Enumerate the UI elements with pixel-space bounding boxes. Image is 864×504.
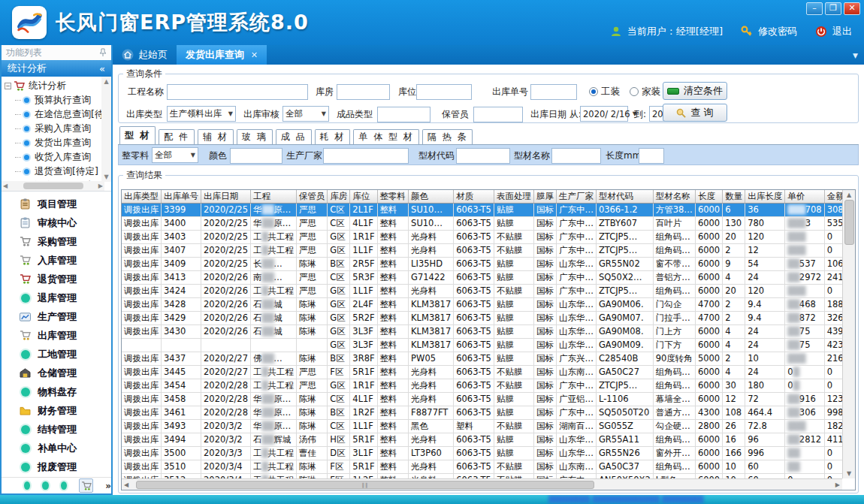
column-header-整零料[interactable]: 整零料 — [377, 190, 409, 203]
scroll-thumb[interactable] — [844, 200, 854, 245]
column-header-表面处理[interactable]: 表面处理 — [494, 190, 533, 203]
scroll-thumb[interactable]: ‖‖ — [136, 481, 594, 489]
scroll-right-icon[interactable]: ▶ — [98, 183, 103, 189]
column-header-出库单号[interactable]: 出库单号 — [162, 190, 201, 203]
maximize-button[interactable]: ❐ — [825, 2, 841, 15]
grid-vertical-scrollbar[interactable]: ▲ ▼ — [842, 190, 855, 478]
column-header-保管员[interactable]: 保管员 — [296, 190, 328, 203]
column-header-出库日期[interactable]: 出库日期 — [201, 190, 251, 203]
tree-vertical-scrollbar[interactable]: ▲▼ — [101, 77, 111, 182]
overflow-chevron[interactable]: » — [105, 481, 111, 491]
sidebar-item-报废管理[interactable]: 报废管理 — [2, 457, 111, 476]
color-input[interactable] — [230, 148, 282, 164]
change-password-link[interactable]: 修改密码 — [758, 25, 797, 38]
material-tab-配件[interactable]: 配 件 — [159, 129, 195, 144]
tree-horizontal-scrollbar[interactable]: ◀▶ — [2, 181, 104, 191]
column-header-型材名称[interactable]: 型材名称 — [653, 190, 695, 203]
material-tab-耗材[interactable]: 耗 材 — [315, 129, 351, 144]
scroll-thumb[interactable] — [23, 183, 83, 189]
tree-item-收货入库查询[interactable]: 收货入库查询 — [5, 150, 111, 164]
module-dot-icon[interactable] — [61, 481, 67, 490]
column-header-材质[interactable]: 材质 — [454, 190, 494, 203]
sidebar-item-补单中心[interactable]: 补单中心 — [2, 439, 111, 457]
table-row[interactable]: G区3L3F整料KLM38176063-T5贴膜国标山东华…GA90M09.门下… — [122, 338, 842, 352]
sidebar-item-入库管理[interactable]: 入库管理 — [2, 251, 111, 270]
tab-shipping-outbound-query[interactable]: 发货出库查询 ✕ — [177, 45, 267, 65]
scroll-right-icon[interactable]: ▶ — [835, 481, 840, 488]
sidebar-item-财务管理[interactable]: 财务管理 — [2, 401, 111, 420]
grid-horizontal-scrollbar[interactable]: ◀ ‖‖ ▶ — [122, 478, 842, 490]
project-name-input[interactable] — [167, 84, 308, 100]
material-tab-辅材[interactable]: 辅 材 — [198, 129, 234, 144]
tree-root-statistics[interactable]: −统计分析 — [5, 79, 111, 93]
column-header-出库类型[interactable]: 出库类型 — [122, 190, 162, 203]
tree-item-采购入库查询[interactable]: 采购入库查询 — [5, 122, 111, 136]
tree-item-预算执行查询[interactable]: 预算执行查询 — [5, 93, 111, 107]
sidebar-item-物料盘存[interactable]: 物料盘存 — [2, 382, 111, 401]
search-button[interactable]: 查 询 — [663, 104, 727, 122]
material-tab-玻璃[interactable]: 玻 璃 — [237, 129, 273, 144]
table-row[interactable]: 调拨出库34612020/2/28华██原…陈琳B区1R2F整料F8877FT6… — [122, 406, 842, 419]
audit-select[interactable]: 全部▼ — [282, 106, 329, 122]
location-input[interactable] — [416, 84, 472, 100]
radio-jiazhuang[interactable]: 家装 — [630, 83, 660, 100]
column-header-膜厚[interactable]: 膜厚 — [533, 190, 556, 203]
sidebar-item-采购管理[interactable]: 采购管理 — [2, 232, 111, 251]
profile-code-input[interactable] — [456, 148, 510, 164]
scroll-down-icon[interactable]: ▼ — [847, 470, 851, 477]
column-header-生产厂家[interactable]: 生产厂家 — [556, 190, 596, 203]
scroll-up-icon[interactable]: ▲ — [104, 78, 108, 85]
length-input[interactable] — [639, 148, 664, 164]
column-header-颜色[interactable]: 颜色 — [409, 190, 454, 203]
collapse-icon[interactable]: « — [99, 63, 105, 74]
column-header-库位[interactable]: 库位 — [350, 190, 377, 203]
warehouse-input[interactable] — [337, 84, 390, 100]
sidebar-item-项目管理[interactable]: 项目管理 — [2, 195, 111, 213]
table-row[interactable]: 调拨出库34582020/2/28华██原…陈琳C区4L1F整料光身料6063-… — [122, 392, 842, 406]
table-row[interactable]: 调拨出库34282020/2/26石██城陈琳G区2L4F整料KLM381760… — [122, 297, 842, 311]
scroll-up-icon[interactable]: ▲ — [847, 192, 851, 198]
table-row[interactable]: 调拨出库34942020/3/2石██辉城汤伟H区5R1F整料光身料6063-T… — [122, 433, 842, 446]
outbound-type-select[interactable]: 生产领料出库▼ — [167, 106, 236, 122]
material-tab-隔热条[interactable]: 隔 热 条 — [422, 129, 473, 144]
clear-conditions-button[interactable]: 清空条件 — [663, 82, 727, 100]
table-row[interactable]: 调拨出库34542020/2/28工█共工程严思G区1R1F整料光身料6063-… — [122, 379, 842, 392]
table-row[interactable]: 调拨出库34242020/2/26工█共工程严思G区1L1F整料光身料6063-… — [122, 284, 842, 297]
table-row[interactable]: 调拨出库34932020/3/2华██原…陈琳C区1L1F整料黑色塑料不贴膜国标… — [122, 419, 842, 433]
table-row[interactable]: 调拨出库34372020/2/27佛██…陈琳B区3R8F整料PW056063-… — [122, 352, 842, 365]
keeper-input[interactable] — [473, 107, 523, 122]
sidebar-item-退库管理[interactable]: 退库管理 — [2, 288, 111, 307]
column-header-金额[interactable]: 金额 — [824, 190, 842, 203]
table-row[interactable]: 调拨出库34132020/2/26南██…严思C区5R3F整料G71422606… — [122, 270, 842, 284]
column-header-库房[interactable]: 库房 — [328, 190, 350, 203]
table-row[interactable]: 调拨出库34072020/2/25工█共工程严思G区1L1F整料光身料6063-… — [122, 243, 842, 257]
tab-list-caret-icon[interactable]: ▼ — [853, 52, 858, 59]
whole-part-select[interactable]: 全部▼ — [152, 147, 198, 163]
profile-name-input[interactable] — [551, 148, 601, 164]
table-row[interactable]: 调拨出库35102020/3/4工█共工程陈琳F区5R1F整料光身料6063-T… — [122, 460, 842, 473]
material-tab-成品[interactable]: 成 品 — [276, 129, 312, 144]
table-row[interactable]: 调拨出库34302020/2/26石██城陈琳G区3L3F整料KLM381760… — [122, 324, 842, 338]
column-header-出库长度[interactable]: 出库长度 — [745, 190, 785, 203]
module-dot-icon[interactable] — [24, 481, 30, 490]
module-dot-icon[interactable] — [42, 481, 48, 490]
tree-item-退货查询待定[interactable]: 退货查询[待定] — [5, 164, 111, 179]
tree-collapse-icon[interactable]: − — [5, 83, 11, 89]
column-header-工程[interactable]: 工程 — [250, 190, 296, 203]
column-header-数量[interactable]: 数量 — [723, 190, 745, 203]
sidebar-section-statistics[interactable]: 统计分析 « — [2, 60, 111, 77]
column-header-长度[interactable]: 长度 — [695, 190, 722, 203]
sidebar-item-退货管理[interactable]: 退货管理 — [2, 270, 111, 288]
sidebar-item-审核中心[interactable]: 审核中心 — [2, 213, 111, 232]
scroll-left-icon[interactable]: ◀ — [124, 481, 128, 488]
sidebar-item-出库管理[interactable]: 出库管理 — [2, 326, 111, 345]
tree-item-在途信息查询待[interactable]: 在途信息查询[待 — [5, 107, 111, 122]
table-row[interactable]: 调拨出库35122020/3/4工█共工程陈琳F区1L2F整料光身料6063-T… — [122, 473, 842, 478]
radio-gongzhuang[interactable]: 工装 — [589, 83, 620, 100]
minimize-button[interactable]: – — [806, 2, 823, 15]
product-type-input[interactable] — [377, 107, 430, 122]
sidebar-item-结转管理[interactable]: 结转管理 — [2, 420, 111, 439]
date-from-picker[interactable]: 2020/ 2/16▼ — [580, 106, 628, 122]
table-row[interactable]: 调拨出库33992020/2/25华██原…严思C区2L1F整料SU10…606… — [122, 203, 842, 216]
table-row[interactable]: 调拨出库34002020/2/25华██原…严思C区4L1F整料SU10…606… — [122, 216, 842, 230]
